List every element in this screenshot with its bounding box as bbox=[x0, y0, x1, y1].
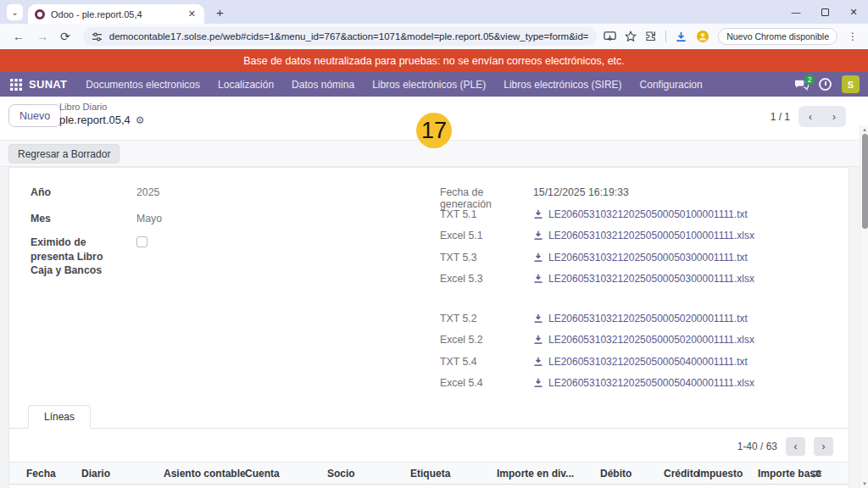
browser-menu-icon[interactable]: ⋮ bbox=[848, 30, 858, 42]
cast-icon[interactable] bbox=[604, 31, 616, 42]
lines-pager-prev-icon[interactable]: ‹ bbox=[786, 437, 805, 456]
reload-button-icon[interactable]: ⟳ bbox=[60, 30, 70, 43]
menu-libros-electronicos-ple[interactable]: Libros electrónicos (PLE) bbox=[372, 79, 486, 91]
url-text: democontable17.solse.pe/web#cids=1&menu_… bbox=[109, 31, 588, 42]
profile-avatar-icon[interactable] bbox=[696, 30, 709, 43]
download-icon[interactable] bbox=[675, 30, 687, 43]
year-label: Año bbox=[31, 186, 136, 198]
notebook-tabs: Líneas bbox=[9, 401, 849, 429]
col-impuesto[interactable]: Impuesto bbox=[698, 468, 743, 480]
file-label: TXT 5.4 bbox=[440, 356, 533, 368]
file-download-link[interactable]: LE2060531032120250500050100001111.xlsx bbox=[533, 230, 754, 241]
col-asiento-contable[interactable]: Asiento contable bbox=[164, 468, 246, 480]
generation-date-label: Fecha de generación bbox=[440, 186, 533, 210]
lines-pager-count: 1-40 / 63 bbox=[737, 441, 777, 452]
file-download-icon[interactable] bbox=[533, 335, 543, 345]
optional-columns-icon[interactable] bbox=[810, 468, 822, 480]
col-fecha[interactable]: Fecha bbox=[26, 468, 56, 480]
scrollbar-down-icon[interactable]: ▼ bbox=[860, 481, 868, 486]
scrollbar-thumb[interactable] bbox=[862, 134, 868, 229]
browser-tab[interactable]: Odoo - ple.report.05,4 ✕ bbox=[28, 4, 204, 24]
window-minimize-button[interactable]: — bbox=[782, 0, 810, 24]
browser-toolbar: ← → ⟳ democontable17.solse.pe/web#cids=1… bbox=[0, 24, 868, 49]
new-button[interactable]: Nuevo bbox=[8, 104, 61, 127]
scrollbar-up-icon[interactable]: ▲ bbox=[860, 127, 868, 132]
file-label: TXT 5.1 bbox=[440, 208, 533, 220]
exempt-label: Eximido de presenta Libro Caja y Bancos bbox=[31, 236, 125, 278]
pager-next-icon[interactable]: › bbox=[832, 111, 836, 123]
menu-localizacion[interactable]: Localización bbox=[218, 79, 274, 91]
breadcrumb: Libro Diario ple.report.05,4⚙ bbox=[59, 102, 145, 127]
annotation-marker: 17 bbox=[416, 113, 452, 148]
tab-search-button[interactable]: ⌄ bbox=[7, 4, 23, 20]
file-label: TXT 5.2 bbox=[440, 313, 533, 324]
activity-clock-icon[interactable] bbox=[819, 78, 832, 91]
breadcrumb-current: ple.report.05,4 bbox=[59, 114, 131, 126]
chrome-update-button[interactable]: Nuevo Chrome disponible bbox=[718, 28, 837, 45]
file-download-link[interactable]: LE2060531032120250500050200001111.xlsx bbox=[533, 334, 754, 346]
bookmark-star-icon[interactable] bbox=[625, 30, 637, 42]
window-maximize-button[interactable] bbox=[810, 0, 839, 24]
tab-lineas[interactable]: Líneas bbox=[28, 405, 91, 429]
col-importe-en-div[interactable]: Importe en div... bbox=[497, 468, 574, 480]
user-avatar[interactable]: S bbox=[842, 75, 860, 93]
col-debito[interactable]: Débito bbox=[600, 468, 632, 480]
menu-libros-electronicos-sire[interactable]: Libros electrónicos (SIRE) bbox=[504, 79, 621, 91]
settings-gear-icon[interactable]: ⚙ bbox=[136, 114, 145, 126]
col-credito[interactable]: Crédito bbox=[664, 468, 699, 480]
neutralized-db-banner: Base de datos neutralizada para pruebas:… bbox=[0, 49, 868, 72]
page-scrollbar[interactable]: ▲ ▼ bbox=[860, 125, 868, 488]
file-download-link[interactable]: LE2060531032120250500050300001111.xlsx bbox=[533, 273, 754, 285]
col-etiqueta[interactable]: Etiqueta bbox=[410, 468, 450, 480]
file-download-icon[interactable] bbox=[533, 378, 543, 388]
app-brand[interactable]: SUNAT bbox=[29, 78, 67, 91]
window-controls: — ✕ bbox=[782, 0, 868, 24]
file-download-link[interactable]: LE2060531032120250500050300001111.txt bbox=[533, 252, 748, 263]
forward-button-icon[interactable]: → bbox=[36, 30, 48, 43]
pager-prev-icon[interactable]: ‹ bbox=[809, 111, 812, 123]
tab-title: Odoo - ple.report.05,4 bbox=[51, 9, 186, 19]
file-label: Excel 5.2 bbox=[440, 334, 533, 346]
year-value[interactable]: 2025 bbox=[136, 186, 159, 198]
file-label: Excel 5.4 bbox=[440, 377, 533, 389]
file-label: Excel 5.1 bbox=[440, 230, 533, 241]
file-download-icon[interactable] bbox=[533, 209, 543, 219]
browser-tab-strip: ⌄ Odoo - ple.report.05,4 ✕ + — ✕ bbox=[0, 0, 868, 24]
app-navbar: SUNAT Documentos electronicos Localizaci… bbox=[0, 72, 868, 97]
file-download-link[interactable]: LE2060531032120250500050400001111.txt bbox=[533, 356, 748, 368]
site-settings-icon[interactable] bbox=[92, 31, 103, 42]
record-pager-buttons: ‹› bbox=[798, 106, 846, 127]
lines-pager-next-icon[interactable]: › bbox=[814, 437, 833, 456]
address-bar[interactable]: democontable17.solse.pe/web#cids=1&menu_… bbox=[83, 27, 597, 46]
file-download-icon[interactable] bbox=[533, 230, 543, 241]
form-sheet: Año2025 MesMayo Eximido de presenta Libr… bbox=[8, 167, 849, 488]
month-value[interactable]: Mayo bbox=[136, 213, 162, 225]
messages-button[interactable]: 2 bbox=[794, 79, 809, 91]
back-button-icon[interactable]: ← bbox=[13, 30, 25, 43]
menu-configuracion[interactable]: Configuracion bbox=[640, 79, 703, 91]
tab-close-icon[interactable]: ✕ bbox=[186, 8, 198, 19]
file-download-link[interactable]: LE2060531032120250500050400001111.xlsx bbox=[533, 377, 754, 389]
col-socio[interactable]: Socio bbox=[327, 468, 355, 480]
col-cuenta[interactable]: Cuenta bbox=[245, 468, 280, 480]
file-download-link[interactable]: LE2060531032120250500050100001111.txt bbox=[533, 208, 748, 220]
extensions-puzzle-icon[interactable] bbox=[645, 30, 657, 42]
file-download-icon[interactable] bbox=[533, 274, 543, 284]
menu-documentos-electronicos[interactable]: Documentos electronicos bbox=[86, 79, 200, 91]
file-download-link[interactable]: LE2060531032120250500050200001111.txt bbox=[533, 313, 748, 324]
file-download-icon[interactable] bbox=[533, 357, 543, 367]
file-label: TXT 5.3 bbox=[440, 252, 533, 263]
window-close-button[interactable]: ✕ bbox=[839, 0, 868, 24]
generation-date-value: 15/12/2025 16:19:33 bbox=[533, 186, 629, 210]
exempt-checkbox[interactable] bbox=[136, 236, 147, 247]
month-label: Mes bbox=[31, 213, 136, 225]
apps-grid-icon[interactable] bbox=[10, 79, 22, 91]
odoo-favicon-icon bbox=[35, 9, 45, 19]
col-diario[interactable]: Diario bbox=[81, 468, 110, 480]
back-to-draft-button[interactable]: Regresar a Borrador bbox=[8, 144, 120, 164]
menu-datos-nomina[interactable]: Datos nómina bbox=[292, 79, 354, 91]
new-tab-button[interactable]: + bbox=[216, 5, 224, 19]
file-download-icon[interactable] bbox=[533, 252, 543, 263]
file-download-icon[interactable] bbox=[533, 313, 543, 324]
breadcrumb-parent[interactable]: Libro Diario bbox=[59, 102, 145, 112]
